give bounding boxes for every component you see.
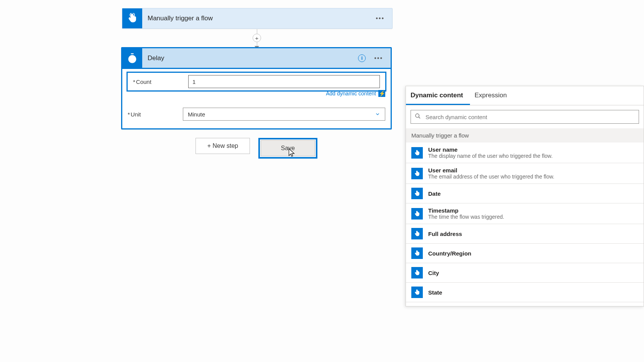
dc-item-title: User name [428,146,553,153]
delay-card-header[interactable]: Delay i ••• [122,48,391,69]
count-field-row: *Count [127,72,386,92]
touch-icon [122,8,142,28]
count-label: *Count [133,79,183,85]
count-label-text: Count [136,79,151,85]
trigger-title: Manually trigger a flow [142,15,373,22]
connector: + [256,29,257,48]
touch-icon [411,287,423,298]
svg-point-1 [416,114,419,117]
delay-card: Delay i ••• *Count Add dynamic content ⚡… [121,47,392,129]
touch-icon [411,228,423,239]
delay-more-icon[interactable]: ••• [372,54,385,63]
search-input[interactable] [425,113,635,121]
unit-label: *Unit [128,111,177,118]
dc-item-state[interactable]: State [406,283,644,302]
dc-item-user-name[interactable]: User name The display name of the user w… [406,143,644,163]
add-dynamic-content-link[interactable]: Add dynamic content ⚡ [128,90,385,97]
add-dynamic-content-label: Add dynamic content [326,90,376,97]
delay-title: Delay [142,54,358,62]
dc-item-title: Country/Region [428,250,472,257]
search-icon [415,113,421,121]
search-row [406,105,644,128]
dc-item-title: Full address [428,231,462,237]
touch-icon [411,208,423,219]
dc-item-country-region[interactable]: Country/Region [406,244,644,263]
add-action-button[interactable]: + [253,34,261,42]
touch-icon [411,267,423,278]
dc-item-date[interactable]: Date [406,184,644,203]
panel-tabs: Dynamic content Expression [406,86,644,105]
dc-item-desc: The email address of the user who trigge… [428,174,554,180]
search-box[interactable] [411,110,639,124]
dc-item-title: User email [428,167,554,174]
unit-label-text: Unit [131,111,141,118]
delay-body: *Count Add dynamic content ⚡ *Unit Minut… [122,69,391,126]
dc-item-desc: The display name of the user who trigger… [428,153,553,159]
dc-item-title: Date [428,190,441,197]
tab-expression[interactable]: Expression [470,86,514,105]
touch-icon [411,188,423,199]
dc-item-desc: The time the flow was triggered. [428,214,504,220]
save-button[interactable]: Save [261,140,315,156]
trigger-card[interactable]: Manually trigger a flow ••• [122,8,393,29]
touch-icon [411,247,423,259]
dc-item-city[interactable]: City [406,263,644,283]
touch-icon [411,168,423,179]
dc-section-header: Manually trigger a flow [406,128,644,143]
dynamic-content-panel: Dynamic content Expression Manually trig… [406,86,644,306]
info-icon[interactable]: i [358,54,366,62]
dynamic-content-badge-icon: ⚡ [378,90,385,97]
dc-item-full-address[interactable]: Full address [406,224,644,244]
new-step-button[interactable]: + New step [196,138,250,154]
stopwatch-icon [122,48,142,68]
unit-field-row: *Unit Minute [128,105,385,123]
unit-select[interactable]: Minute [183,108,385,121]
chevron-down-icon [375,111,380,117]
tab-dynamic-content[interactable]: Dynamic content [406,86,470,105]
dc-item-title: City [428,270,439,276]
trigger-more-icon[interactable]: ••• [373,14,387,23]
count-input[interactable] [188,75,380,88]
dc-item-user-email[interactable]: User email The email address of the user… [406,163,644,184]
trigger-card-header: Manually trigger a flow ••• [122,8,392,28]
save-button-highlight: Save [258,138,317,159]
touch-icon [411,147,423,159]
svg-line-2 [419,117,420,118]
dc-item-title: State [428,289,442,296]
dc-item-timestamp[interactable]: Timestamp The time the flow was triggere… [406,203,644,224]
action-buttons: + New step Save [121,138,392,159]
unit-select-value: Minute [188,111,205,118]
dc-item-title: Timestamp [428,207,504,214]
